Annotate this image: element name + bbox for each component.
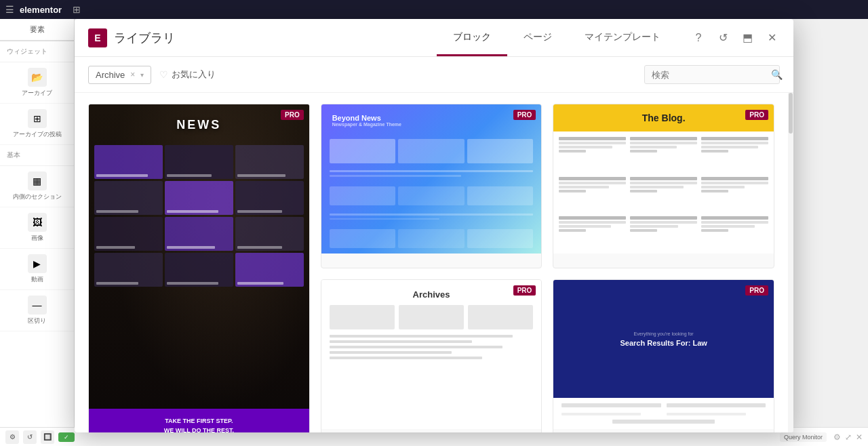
preview-button[interactable]: 🔲: [41, 430, 54, 444]
template-card-search-results[interactable]: PRO Everything you're looking for Search…: [553, 279, 774, 432]
library-modal: E ライブラリ ブロック ページ マイテンプレート ? ↺ ⬒ ✕ Archiv…: [75, 19, 793, 432]
publish-button[interactable]: ✓: [58, 432, 75, 442]
bottom-bar-icons: ⚙ ⤢ ✕: [833, 432, 863, 442]
sidebar-item-inner-section[interactable]: ▦ 内側のセクション: [0, 166, 74, 207]
template-grid-container: PRO Beyond News Newspaper & Magazine The…: [75, 93, 788, 432]
scrollbar-track[interactable]: [788, 93, 793, 432]
pro-badge-archives: PRO: [513, 285, 536, 296]
archive-posts-icon: ⊞: [28, 109, 47, 128]
pro-badge-fitness: PRO: [281, 110, 304, 120]
filter-value: Archive: [96, 70, 125, 80]
image-icon: 🖼: [28, 213, 47, 232]
expand-icon[interactable]: ⤢: [845, 432, 852, 442]
sidebar-item-video[interactable]: ▶ 動画: [0, 249, 74, 290]
sidebar-item-divider[interactable]: — 区切り: [0, 290, 74, 331]
filter-bar: Archive × ▾ ♡ お気に入り 🔍: [75, 57, 793, 93]
template-thumb-archives: Archives: [321, 280, 542, 429]
modal-tabs: ブロック ページ マイテンプレート: [437, 20, 677, 56]
fitness-cta: TAKE THE FIRST STEP.WE WILL DO THE REST.: [89, 409, 309, 432]
search-bar: 🔍: [644, 65, 780, 84]
close-modal-icon[interactable]: ✕: [764, 30, 780, 46]
video-label: 動画: [31, 275, 43, 284]
refresh-icon[interactable]: ↺: [715, 30, 731, 46]
sidebar-item-archive-posts[interactable]: ⊞ アーカイブの投稿: [0, 104, 74, 145]
template-grid: PRO Beyond News Newspaper & Magazine The…: [88, 104, 774, 432]
template-card-beyond-news[interactable]: PRO Beyond News Newspaper & Magazine The…: [321, 104, 542, 268]
search-input[interactable]: [652, 70, 766, 80]
template-thumb-beyond-news: Beyond News Newspaper & Magazine Theme: [321, 104, 542, 254]
top-bar: ☰ elementor ⊞: [0, 0, 868, 19]
scrollbar-thumb[interactable]: [789, 93, 793, 134]
search-subtitle: Everything you're looking for: [634, 331, 694, 336]
template-card-the-blog[interactable]: PRO The Blog.: [553, 104, 774, 268]
divider-label: 区切り: [28, 317, 46, 325]
hamburger-icon[interactable]: ☰: [5, 4, 14, 15]
modal-header-actions: ? ↺ ⬒ ✕: [690, 30, 780, 46]
query-monitor: Query Monitor: [780, 432, 827, 442]
archives-title: Archives: [321, 280, 542, 305]
archive-icon: 📂: [28, 68, 47, 87]
settings-icon[interactable]: ⚙: [833, 432, 841, 442]
tab-pages[interactable]: ページ: [507, 20, 568, 56]
image-label: 画像: [31, 234, 43, 243]
tab-blocks[interactable]: ブロック: [437, 20, 507, 56]
category-filter[interactable]: Archive × ▾: [88, 66, 151, 84]
filter-dropdown-icon[interactable]: ▾: [140, 71, 144, 79]
help-icon[interactable]: ?: [690, 30, 707, 46]
elementor-logo: elementor: [20, 5, 62, 15]
left-panel: 要素 ウィジェット 📂 アーカイブ ⊞ アーカイブの投稿 基本 ▦ 内側のセクシ…: [0, 19, 75, 427]
template-card-archives[interactable]: PRO Archives: [321, 279, 542, 432]
basic-section: 基本: [0, 145, 74, 166]
inner-section-icon: ▦: [28, 171, 47, 190]
search-icon: 🔍: [771, 69, 783, 80]
pro-badge-search: PRO: [745, 285, 768, 296]
favorites-button[interactable]: ♡ お気に入り: [159, 68, 216, 81]
divider-icon: —: [28, 296, 47, 315]
settings-button[interactable]: ⚙: [5, 430, 19, 444]
sidebar-item-archive[interactable]: 📂 アーカイブ: [0, 62, 74, 104]
heart-icon: ♡: [159, 69, 168, 80]
modal-title: ライブラリ: [114, 30, 175, 46]
save-icon[interactable]: ⬒: [739, 30, 755, 46]
search-title: Search Results For: Law: [620, 339, 707, 347]
modal-header: E ライブラリ ブロック ページ マイテンプレート ? ↺ ⬒ ✕: [75, 19, 793, 57]
undo-button[interactable]: ↺: [23, 430, 37, 444]
tab-my-templates[interactable]: マイテンプレート: [568, 20, 677, 56]
grid-icon[interactable]: ⊞: [73, 4, 81, 15]
video-icon: ▶: [28, 254, 47, 273]
inner-section-label: 内側のセクション: [13, 192, 62, 201]
template-thumb-search: Everything you're looking for Search Res…: [553, 280, 774, 429]
pro-badge: PRO: [513, 110, 536, 120]
fitness-news-title: NEWS: [176, 118, 221, 132]
favorites-label: お気に入り: [172, 68, 216, 81]
elements-tab[interactable]: 要素: [0, 19, 74, 41]
archive-label: アーカイブ: [22, 89, 52, 98]
pro-badge-blog: PRO: [745, 110, 768, 120]
content-area: PRO Beyond News Newspaper & Magazine The…: [75, 93, 793, 432]
filter-clear-icon[interactable]: ×: [130, 70, 135, 79]
widget-section: ウィジェット: [0, 41, 74, 62]
modal-logo: E: [88, 28, 107, 47]
modal-content-wrapper: Archive × ▾ ♡ お気に入り 🔍 PRO: [75, 57, 793, 432]
sidebar-item-image[interactable]: 🖼 画像: [0, 207, 74, 249]
template-card-fitness[interactable]: PRO NEWS: [88, 104, 310, 432]
archive-posts-label: アーカイブの投稿: [13, 130, 62, 139]
close-bottom-icon[interactable]: ✕: [856, 432, 863, 442]
template-thumb-fitness: NEWS: [89, 104, 309, 432]
template-thumb-blog: The Blog.: [553, 104, 774, 254]
blog-header-text: The Blog.: [553, 104, 774, 131]
